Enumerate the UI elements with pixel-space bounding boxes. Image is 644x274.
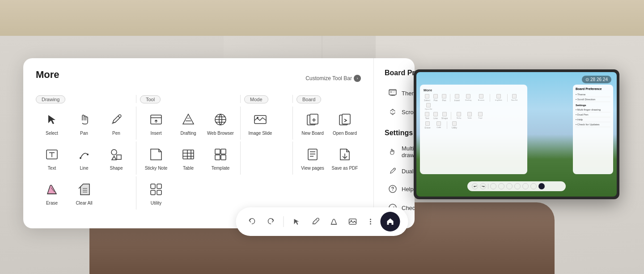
tool-clear-all[interactable]: Clear All <box>68 176 100 210</box>
svg-rect-15 <box>342 114 350 124</box>
pen-icon <box>107 110 126 129</box>
svg-point-60 <box>370 221 371 223</box>
tool-insert[interactable]: Insert <box>140 107 172 140</box>
category-board: Board <box>297 95 321 103</box>
toolbar-divider-1 <box>284 216 284 227</box>
tool-open-board[interactable]: Open Board <box>329 107 361 140</box>
svg-rect-30 <box>221 155 226 160</box>
help-icon <box>388 184 397 193</box>
tv-monitor: ⊙ 28 26 24 More Select Pan Pen <box>414 69 619 199</box>
svg-point-59 <box>370 219 371 220</box>
scroll-direction-label: Scroll Direction <box>402 109 415 116</box>
undo-button[interactable] <box>244 214 260 230</box>
main-panel: More Customize Tool Bar › Drawing Tool M… <box>23 58 415 228</box>
pen-tool-button[interactable] <box>307 214 323 230</box>
svg-rect-42 <box>157 184 161 188</box>
svg-rect-44 <box>157 190 161 195</box>
tv-tool-4 <box>514 183 521 189</box>
tv-tool-5 <box>522 183 529 189</box>
svg-rect-27 <box>215 149 220 154</box>
toolbar <box>236 207 408 236</box>
tool-table[interactable]: Table <box>172 141 204 175</box>
more-title: More <box>36 69 59 81</box>
shape-icon <box>107 145 126 164</box>
svg-line-52 <box>394 169 395 170</box>
board-preference-title: Board Preference <box>385 69 415 77</box>
line-icon <box>75 145 93 164</box>
image-slide-icon <box>251 110 270 129</box>
tv-time: ⊙ 28 26 24 <box>582 76 611 83</box>
svg-line-0 <box>112 123 113 124</box>
tool-image-slide[interactable]: Image Slide <box>244 107 276 140</box>
utility-icon <box>147 180 165 199</box>
open-board-icon <box>335 110 354 129</box>
help-item[interactable]: Help <box>385 180 415 198</box>
more-options-button[interactable] <box>364 214 378 229</box>
erase-icon <box>42 180 61 199</box>
tool-erase[interactable]: Erase <box>36 176 68 210</box>
template-icon <box>211 145 230 164</box>
tv-tool-redo: ↪ <box>480 183 486 189</box>
tool-utility[interactable]: Utility <box>140 176 172 210</box>
redo-button[interactable] <box>263 214 279 230</box>
new-board-icon <box>303 110 322 129</box>
select-tool-button[interactable] <box>288 214 305 230</box>
theme-label: Theme <box>402 90 415 97</box>
eraser-button[interactable] <box>326 214 342 230</box>
svg-rect-22 <box>183 150 194 159</box>
view-pages-icon <box>303 145 322 164</box>
svg-rect-20 <box>117 155 121 159</box>
insert-icon <box>147 110 165 129</box>
dual-pen-item[interactable]: Dual Pen <box>385 163 415 179</box>
multi-finger-drawing-item[interactable]: Multi-finger drawing <box>385 141 415 162</box>
settings-title: Settings <box>385 129 415 137</box>
tool-line[interactable]: Line <box>68 141 100 175</box>
svg-rect-31 <box>308 149 317 160</box>
tool-pen[interactable]: Pen <box>100 107 132 140</box>
save-pdf-icon <box>335 145 354 164</box>
tool-sticky-note[interactable]: Sticky Note <box>140 141 172 175</box>
more-section: More Customize Tool Bar › Drawing Tool M… <box>23 58 374 228</box>
customize-arrow-icon: › <box>354 75 361 82</box>
tool-drafting[interactable]: Drafting <box>172 107 204 140</box>
svg-point-54 <box>392 190 393 191</box>
tool-shape[interactable]: Shape <box>100 141 132 175</box>
svg-point-18 <box>87 154 89 155</box>
dual-pen-label: Dual Pen <box>402 168 415 175</box>
sticky-note-icon <box>147 145 165 164</box>
svg-rect-41 <box>151 184 155 188</box>
tool-view-pages[interactable]: View pages <box>297 141 329 175</box>
tool-select[interactable]: Select <box>36 107 68 140</box>
image-button[interactable] <box>345 214 361 230</box>
check-updates-label: Check for Updates <box>402 205 415 211</box>
help-label: Help <box>402 186 414 193</box>
clear-all-icon <box>75 180 93 199</box>
svg-point-9 <box>257 117 258 119</box>
ceiling <box>0 0 644 36</box>
tv-overlay-panel: More Select Pan Pen Insert <box>420 85 527 174</box>
tv-tool-active <box>538 183 545 189</box>
svg-rect-29 <box>215 155 220 160</box>
tool-save-pdf[interactable]: Save as PDF <box>329 141 361 175</box>
tv-bottom-bar: ↩ ↪ <box>467 181 566 191</box>
tool-pan[interactable]: Pan <box>68 107 100 140</box>
text-icon <box>42 145 61 164</box>
pref-theme[interactable]: Theme <box>385 84 415 102</box>
select-icon <box>42 110 61 129</box>
multi-finger-icon <box>388 147 397 156</box>
pan-icon <box>75 110 93 129</box>
tv-tool-1 <box>490 183 496 189</box>
dual-pen-icon <box>388 167 397 176</box>
tool-text[interactable]: Text <box>36 141 68 175</box>
home-button[interactable] <box>381 212 400 231</box>
svg-rect-43 <box>151 190 155 195</box>
tool-new-board[interactable]: New Board <box>297 107 329 140</box>
theme-icon <box>388 89 397 98</box>
tv-tool-2 <box>498 183 504 189</box>
svg-rect-46 <box>390 91 392 93</box>
svg-marker-21 <box>112 156 116 160</box>
pref-scroll-direction[interactable]: Scroll Direction <box>385 103 415 121</box>
tool-template[interactable]: Template <box>204 141 237 175</box>
customize-bar-button[interactable]: Customize Tool Bar › <box>305 75 361 82</box>
tool-web-browser[interactable]: Web Browser <box>204 107 237 140</box>
